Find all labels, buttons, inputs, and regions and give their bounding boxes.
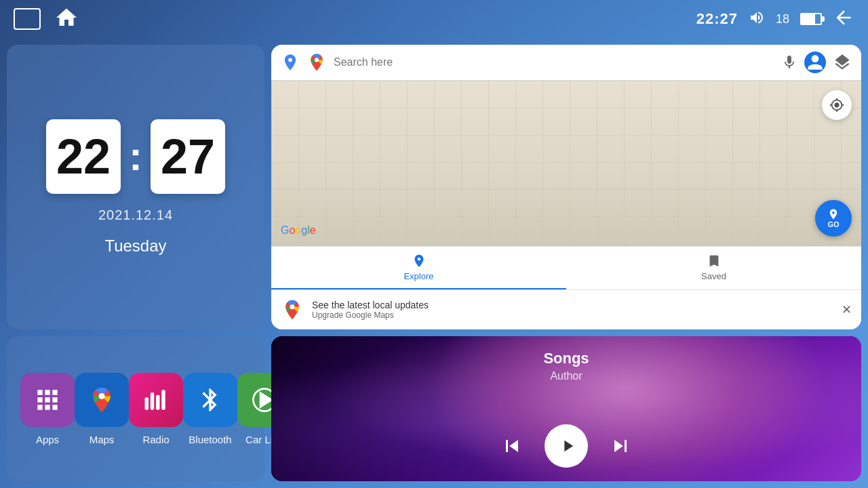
- music-controls: [271, 424, 861, 468]
- play-button[interactable]: [545, 424, 588, 468]
- svg-point-2: [290, 304, 294, 309]
- clock-hour: 22: [46, 119, 121, 194]
- maps-tabs: Explore Saved: [271, 246, 861, 289]
- battery-icon: [800, 13, 822, 25]
- svg-rect-5: [151, 392, 155, 410]
- music-player: Songs Author: [271, 336, 861, 481]
- maps-search-input[interactable]: [334, 56, 774, 68]
- clock-widget: 22 : 27 2021.12.14 Tuesday: [7, 45, 264, 329]
- volume-level: 18: [776, 12, 789, 26]
- music-author: Author: [271, 370, 861, 382]
- clock-display: 22 : 27: [46, 119, 225, 194]
- svg-rect-4: [145, 397, 149, 409]
- maps-notif-text: See the latest local updates Upgrade Goo…: [312, 300, 833, 320]
- apps-label: Apps: [36, 434, 59, 445]
- apps-icon: [20, 373, 75, 427]
- radio-label: Radio: [142, 434, 169, 445]
- map-location-button[interactable]: [822, 90, 852, 120]
- clock-colon: :: [129, 133, 142, 180]
- maps-pin-icon: [281, 53, 300, 72]
- status-right: 22:27 18: [696, 7, 854, 32]
- music-title: Songs: [271, 350, 861, 367]
- home-icon[interactable]: [54, 5, 79, 33]
- tab-saved[interactable]: Saved: [566, 247, 861, 289]
- app-item-apps[interactable]: Apps: [20, 373, 75, 445]
- app-item-bluetooth[interactable]: Bluetooth: [183, 373, 237, 445]
- maps-profile-icon[interactable]: [804, 52, 826, 73]
- maps-notif-subtitle: Upgrade Google Maps: [312, 310, 833, 320]
- maps-mic-icon[interactable]: [781, 54, 797, 70]
- bluetooth-label: Bluetooth: [189, 434, 231, 445]
- tab-explore-label: Explore: [403, 271, 433, 281]
- app-item-radio[interactable]: Radio: [129, 373, 183, 445]
- music-info: Songs Author: [271, 350, 861, 382]
- window-icon[interactable]: [14, 8, 41, 30]
- tab-saved-label: Saved: [701, 271, 726, 281]
- app-item-maps[interactable]: Maps: [75, 373, 129, 445]
- maps-widget: GO Google Explore Saved: [271, 45, 861, 329]
- status-bar: 22:27 18: [0, 0, 868, 38]
- svg-point-3: [98, 392, 104, 399]
- apps-row: Apps Maps: [7, 336, 264, 481]
- bluetooth-icon: [183, 373, 237, 427]
- tab-explore[interactable]: Explore: [271, 247, 566, 289]
- svg-point-0: [315, 58, 319, 62]
- maps-layers-icon[interactable]: [833, 53, 852, 72]
- maps-notification: See the latest local updates Upgrade Goo…: [271, 289, 861, 329]
- next-button[interactable]: [608, 434, 633, 458]
- status-time: 22:27: [696, 10, 738, 28]
- volume-icon[interactable]: [749, 9, 765, 29]
- maps-go-button[interactable]: GO: [815, 200, 852, 237]
- google-logo: Google: [281, 224, 316, 237]
- clock-minute: 27: [151, 119, 225, 194]
- maps-notif-icon: [281, 298, 304, 321]
- maps-search-bar: [271, 45, 861, 81]
- maps-notif-close-button[interactable]: ✕: [842, 302, 852, 317]
- go-label: GO: [827, 220, 839, 228]
- back-button[interactable]: [833, 7, 854, 32]
- main-content: 22 : 27 2021.12.14 Tuesday: [0, 38, 868, 488]
- prev-button[interactable]: [500, 434, 524, 458]
- maps-app-label: Maps: [90, 434, 115, 445]
- clock-day: Tuesday: [104, 237, 166, 256]
- maps-app-icon: [75, 373, 129, 427]
- clock-date: 2021.12.14: [98, 207, 173, 223]
- svg-rect-7: [161, 390, 165, 409]
- maps-map-area[interactable]: GO Google: [271, 81, 861, 246]
- maps-notif-title: See the latest local updates: [312, 300, 833, 310]
- radio-icon: [129, 373, 183, 427]
- maps-logo-pin-icon: [307, 52, 327, 73]
- status-left: [14, 5, 79, 33]
- svg-rect-6: [156, 394, 160, 409]
